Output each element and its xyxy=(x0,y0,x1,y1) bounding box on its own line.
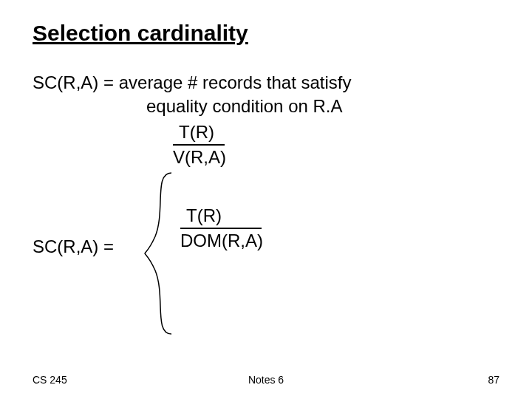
fraction-2-denominator: DOM(R,A) xyxy=(180,229,266,253)
footer-left: CS 245 xyxy=(33,374,67,386)
slide: Selection cardinality SC(R,A) = average … xyxy=(0,0,532,399)
fraction-1: T(R) V(R,A) xyxy=(173,120,499,170)
sc-equals-label: SC(R,A) = xyxy=(33,235,114,259)
brace-icon xyxy=(142,170,176,337)
definition-line-1: SC(R,A) = average # records that satisfy xyxy=(33,71,499,95)
slide-footer: CS 245 Notes 6 87 xyxy=(0,374,532,386)
slide-title: Selection cardinality xyxy=(33,21,499,46)
fraction-1-numerator: T(R) xyxy=(173,120,217,144)
fraction-2-numerator: T(R) xyxy=(180,204,225,228)
footer-right: 87 xyxy=(488,374,499,386)
fraction-1-denominator: V(R,A) xyxy=(173,146,229,169)
fraction-2: T(R) DOM(R,A) xyxy=(180,204,499,253)
slide-body: SC(R,A) = average # records that satisfy… xyxy=(33,71,499,253)
footer-center: Notes 6 xyxy=(248,374,284,386)
definition-line-2: equality condition on R.A xyxy=(33,95,499,118)
